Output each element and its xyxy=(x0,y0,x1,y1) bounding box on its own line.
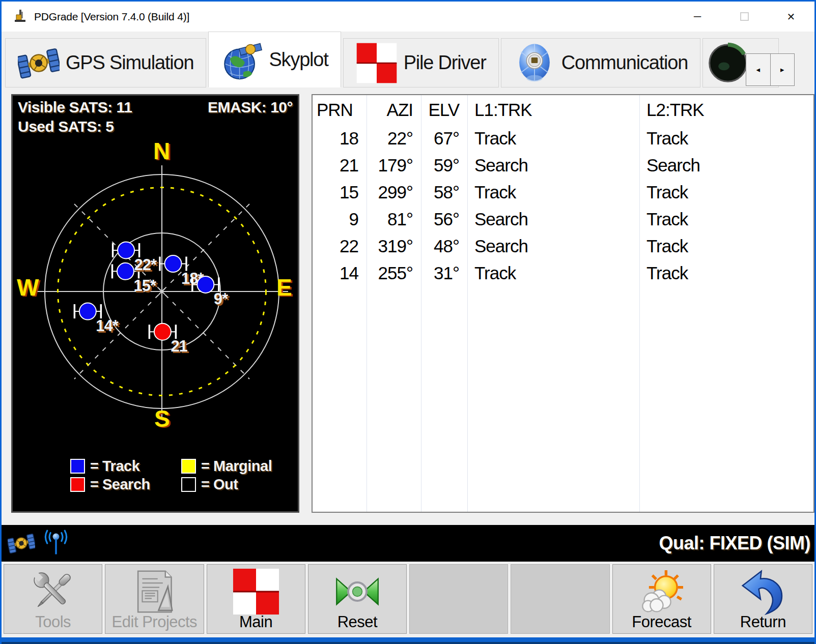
satellite-icon xyxy=(18,41,60,85)
return-button[interactable]: Return xyxy=(714,564,812,634)
tab-communication[interactable]: Communication xyxy=(501,38,700,87)
table-cell: 67° xyxy=(421,125,467,152)
compass-east-label: E xyxy=(276,276,292,299)
table-cell: Track xyxy=(639,232,813,259)
minimize-button[interactable]: ─ xyxy=(674,2,721,32)
table-cell: 22 xyxy=(313,232,367,259)
table-cell: 14 xyxy=(313,259,367,286)
app-window: PDGrade [Version 7.4.0 (Build 4)] ─ ✕ GP… xyxy=(0,0,816,644)
skyplot-panel: 18*18*212115*15*9*9*22*22*14*14* Visible… xyxy=(11,94,299,513)
title-bar: PDGrade [Version 7.4.0 (Build 4)] ─ ✕ xyxy=(2,2,814,32)
legend-label: = Marginal xyxy=(201,458,272,475)
maximize-button[interactable] xyxy=(721,2,768,32)
compass-west-label: W xyxy=(17,276,39,299)
satellite-label: 9* xyxy=(214,290,229,308)
tools-button[interactable]: Tools xyxy=(4,564,102,634)
skyplot-page: 18*18*212115*15*9*9*22*22*14*14* Visible… xyxy=(2,87,814,525)
table-cell: Track xyxy=(467,179,639,206)
table-cell: 179° xyxy=(367,152,421,179)
table-cell: Track xyxy=(467,259,639,286)
table-cell: 56° xyxy=(421,206,467,232)
satellite-label: 21 xyxy=(171,337,187,355)
tab-label: Communication xyxy=(561,52,688,74)
legend-label: = Out xyxy=(201,476,238,493)
column-header-l1-trk: L1:TRK xyxy=(467,95,639,125)
compass-south-label: S xyxy=(154,407,170,430)
column-header-azi: AZI xyxy=(367,95,421,125)
column-header-l2-trk: L2:TRK xyxy=(639,95,813,125)
quality-status-label: Qual: FIXED (SIM) xyxy=(659,533,811,554)
tab-pile-driver[interactable]: Pile Driver xyxy=(343,38,499,87)
tab-label: GPS Simulation xyxy=(66,52,193,74)
table-cell: 18 xyxy=(313,125,367,152)
table-cell: Track xyxy=(639,125,813,152)
used-sats-label: Used SATS: 5 xyxy=(18,118,114,135)
table-cell: 81° xyxy=(367,206,421,232)
table-cell: Search xyxy=(467,232,639,259)
tools-icon xyxy=(29,568,77,616)
table-cell: 21 xyxy=(313,152,367,179)
tab-scroll-left-button[interactable]: ◂ xyxy=(746,53,771,86)
comm-orb-icon xyxy=(514,41,555,85)
toolbar-button-label: Tools xyxy=(35,613,71,631)
tab-label: Pile Driver xyxy=(404,52,486,74)
table-cell: 58° xyxy=(421,179,467,206)
table-cell: 9 xyxy=(313,206,367,232)
tab-gps-simulation[interactable]: GPS Simulation xyxy=(5,38,206,87)
satellite-label: 15* xyxy=(133,277,156,295)
satellite-label: 14* xyxy=(96,317,119,335)
satellite-table: PRNAZIELVL1:TRKL2:TRK 1822°67°TrackTrack… xyxy=(313,95,813,286)
maximize-icon xyxy=(740,12,749,21)
table-cell: Track xyxy=(467,125,639,152)
reset-button[interactable]: Reset xyxy=(308,564,407,634)
legend-swatch-search xyxy=(70,477,85,492)
toolbar-empty-slot xyxy=(409,564,508,634)
close-button[interactable]: ✕ xyxy=(768,2,814,32)
legend-item-search: = Search xyxy=(70,476,150,493)
table-cell: 15 xyxy=(313,179,367,206)
table-cell: Search xyxy=(467,152,639,179)
table-row: 981°56°SearchTrack xyxy=(313,206,813,232)
legend-swatch-out xyxy=(181,477,196,492)
arrow-left-icon: ◂ xyxy=(756,65,760,74)
toolbar-button-label: Edit Projects xyxy=(112,613,198,631)
table-row: 15299°58°TrackTrack xyxy=(313,179,813,206)
legend-item-out: = Out xyxy=(181,476,238,493)
toolbar-button-label: Reset xyxy=(337,613,377,631)
emask-label: EMASK: 10° xyxy=(208,99,293,116)
checker-icon xyxy=(356,41,398,85)
tab-scroll-right-button[interactable]: ▸ xyxy=(771,53,795,86)
satellite-table-panel: PRNAZIELVL1:TRKL2:TRK 1822°67°TrackTrack… xyxy=(312,94,814,513)
table-cell: 22° xyxy=(367,125,421,152)
column-header-elv: ELV xyxy=(421,95,467,125)
return-icon xyxy=(739,568,787,616)
window-title: PDGrade [Version 7.4.0 (Build 4)] xyxy=(34,11,189,23)
tab-label: Skyplot xyxy=(269,49,328,71)
table-header-row: PRNAZIELVL1:TRKL2:TRK xyxy=(313,95,813,125)
tab-scroller: ◂ ▸ xyxy=(746,53,795,86)
table-cell: Track xyxy=(639,206,813,232)
table-cell: Track xyxy=(639,259,813,286)
table-cell: Track xyxy=(639,179,813,206)
table-cell: 255° xyxy=(367,259,421,286)
legend-swatch-marginal xyxy=(181,459,196,474)
main-button[interactable]: Main xyxy=(207,564,305,634)
status-bar: Qual: FIXED (SIM) xyxy=(2,525,814,562)
table-cell: 31° xyxy=(421,259,467,286)
satellite-marker-14: 14*14* xyxy=(74,303,120,337)
table-row: 21179°59°SearchSearch xyxy=(313,152,813,179)
table-row: 22319°48°SearchTrack xyxy=(313,232,813,259)
table-cell: 319° xyxy=(367,232,421,259)
table-cell: 59° xyxy=(421,152,467,179)
bottom-toolbar: ToolsEdit ProjectsMainResetForecastRetur… xyxy=(2,562,814,637)
tab-skyplot[interactable]: Skyplot xyxy=(208,32,341,87)
arrow-right-icon: ▸ xyxy=(780,65,784,74)
legend-item-marginal: = Marginal xyxy=(181,458,272,475)
toolbar-button-label: Return xyxy=(740,613,786,631)
globe-satellite-icon xyxy=(221,37,263,82)
satellite-label: 22* xyxy=(134,256,157,274)
satellite-icon xyxy=(8,530,35,557)
edit-projects-button[interactable]: Edit Projects xyxy=(105,564,204,634)
forecast-button[interactable]: Forecast xyxy=(612,564,711,634)
checker-icon xyxy=(232,568,280,616)
